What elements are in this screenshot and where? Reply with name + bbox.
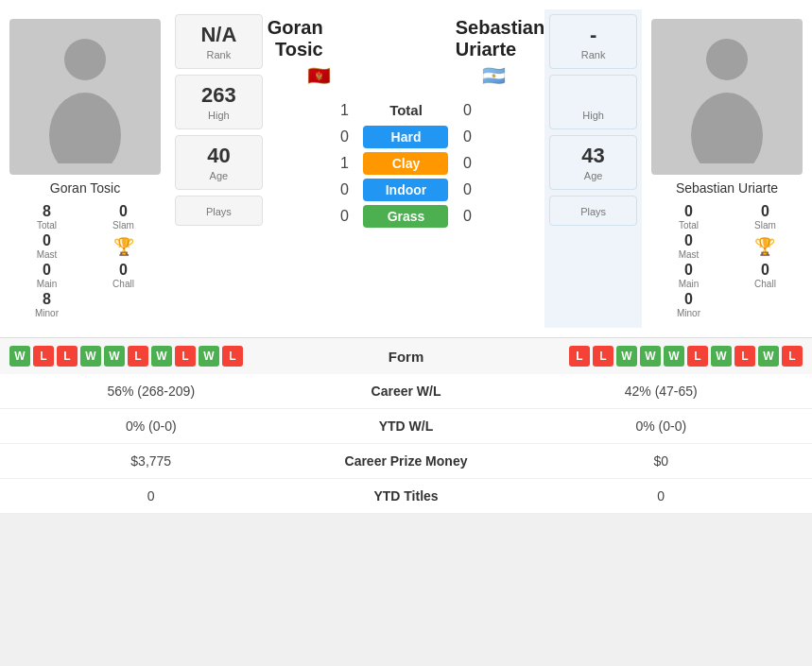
center-section: Goran Tosic Sebastian Uriarte 🇲🇪 🇦🇷 1Tot… (268, 9, 544, 328)
right-avatar-silhouette (680, 31, 774, 163)
left-player-name: Goran Tosic (50, 180, 120, 196)
right-form-badges: LLWWWLWLWL (569, 346, 803, 367)
form-badge: L (57, 346, 78, 367)
players-section: Goran Tosic 8 Total 0 Slam 0 Mast 🏆 (0, 0, 812, 337)
career-stat-left: 56% (268-209) (0, 384, 302, 399)
right-player-avatar (651, 19, 803, 175)
career-stat-right: 0% (0-0) (510, 418, 813, 434)
right-stat-minor: 0 Minor (651, 291, 726, 318)
left-flag: 🇲🇪 (268, 64, 359, 87)
left-high-box: 263 High (175, 75, 263, 129)
left-stat-minor: 8 Minor (9, 291, 84, 318)
score-left: 1 (325, 102, 363, 119)
career-stat-right: 42% (47-65) (510, 384, 813, 399)
left-age-box: 40 Age (175, 135, 263, 190)
left-stat-slam: 0 Slam (86, 203, 161, 231)
surface-badge: Clay (363, 152, 448, 175)
form-badge: W (616, 346, 637, 367)
left-trophy-icon: 🏆 (113, 236, 134, 257)
svg-point-3 (691, 93, 763, 163)
right-flag: 🇦🇷 (454, 64, 545, 87)
left-info-box: N/A Rank 263 High 40 Age Plays (170, 9, 268, 328)
score-right: 0 (448, 128, 486, 145)
right-stat-mast: 0 Mast (651, 232, 726, 260)
form-badge: L (782, 346, 803, 367)
svg-point-2 (706, 39, 748, 80)
left-player-avatar (9, 19, 161, 175)
right-stats-grid: 0 Total 0 Slam 0 Mast 🏆 0 Main (651, 203, 803, 318)
surface-badge: Hard (363, 126, 448, 148)
career-stat-left: 0 (0, 488, 302, 504)
score-row: 0Hard0 (268, 126, 544, 148)
left-rank-box: N/A Rank (175, 14, 263, 69)
right-high-box: High (549, 75, 637, 129)
score-row: 1Total0 (268, 98, 544, 122)
score-left: 0 (325, 128, 363, 145)
left-form-badges: WLLWWLWLWL (9, 346, 243, 367)
right-stat-chall: 0 Chall (728, 262, 803, 289)
form-badge: W (199, 346, 219, 367)
career-stat-row: $3,775Career Prize Money$0 (0, 444, 812, 479)
score-left: 0 (325, 181, 363, 198)
score-left: 0 (325, 208, 363, 225)
svg-point-1 (49, 93, 121, 163)
right-player-name-center: Sebastian Uriarte (437, 17, 544, 60)
form-badge: L (569, 346, 590, 367)
form-badge: L (687, 346, 708, 367)
form-badge: L (33, 346, 54, 367)
left-player-card: Goran Tosic 8 Total 0 Slam 0 Mast 🏆 (0, 9, 170, 328)
svg-point-0 (64, 39, 106, 80)
scores-table: 1Total00Hard01Clay00Indoor00Grass0 (268, 94, 544, 231)
right-plays-box: Plays (549, 196, 637, 226)
right-trophy-icon-area: 🏆 (728, 232, 803, 260)
left-trophy-icon-area: 🏆 (86, 232, 161, 260)
stats-rows: 56% (268-209)Career W/L42% (47-65)0% (0-… (0, 374, 812, 514)
left-stat-total: 8 Total (9, 203, 84, 231)
form-badge: W (711, 346, 732, 367)
left-avatar-silhouette (38, 31, 132, 163)
right-stat-total: 0 Total (651, 203, 726, 231)
career-stat-right: $0 (510, 453, 813, 469)
score-left: 1 (325, 155, 363, 172)
right-trophy-icon: 🏆 (754, 236, 775, 257)
form-badge: W (80, 346, 101, 367)
right-stat-main: 0 Main (651, 262, 726, 289)
form-badge: W (9, 346, 30, 367)
form-label: Form (243, 349, 569, 365)
form-section: WLLWWLWLWL Form LLWWWLWLWL (0, 337, 812, 374)
surface-badge: Total (363, 98, 448, 122)
career-stat-left: 0% (0-0) (0, 418, 302, 434)
career-stat-label: Career W/L (302, 384, 510, 399)
career-stat-row: 56% (268-209)Career W/L42% (47-65) (0, 374, 812, 409)
main-container: Goran Tosic 8 Total 0 Slam 0 Mast 🏆 (0, 0, 812, 514)
form-badge: W (758, 346, 779, 367)
right-stat-slam: 0 Slam (728, 203, 803, 231)
career-stat-right: 0 (510, 488, 813, 504)
left-player-name-center: Goran Tosic (268, 17, 342, 60)
score-right: 0 (448, 155, 486, 172)
career-stat-label: Career Prize Money (302, 453, 510, 469)
right-age-box: 43 Age (549, 135, 637, 190)
surface-badge: Indoor (363, 179, 448, 201)
score-row: 0Indoor0 (268, 179, 544, 201)
flag-row: 🇲🇪 🇦🇷 (268, 60, 544, 91)
career-stat-label: YTD Titles (302, 488, 510, 504)
form-badge: L (734, 346, 755, 367)
left-stats-grid: 8 Total 0 Slam 0 Mast 🏆 0 Main (9, 203, 161, 318)
right-player-name: Sebastian Uriarte (676, 180, 778, 196)
form-badge: L (593, 346, 613, 367)
form-badge: W (664, 346, 684, 367)
score-right: 0 (448, 102, 486, 119)
right-rank-box: - Rank (549, 14, 637, 69)
left-stat-mast: 0 Mast (9, 232, 84, 260)
left-stat-main: 0 Main (9, 262, 84, 289)
form-badge: L (128, 346, 148, 367)
form-badge: L (222, 346, 243, 367)
form-badge: L (175, 346, 196, 367)
left-plays-box: Plays (175, 196, 263, 226)
career-stat-left: $3,775 (0, 453, 302, 469)
score-row: 1Clay0 (268, 152, 544, 175)
form-badge: W (640, 346, 661, 367)
career-stat-row: 0% (0-0)YTD W/L0% (0-0) (0, 409, 812, 444)
career-stat-label: YTD W/L (302, 418, 510, 434)
